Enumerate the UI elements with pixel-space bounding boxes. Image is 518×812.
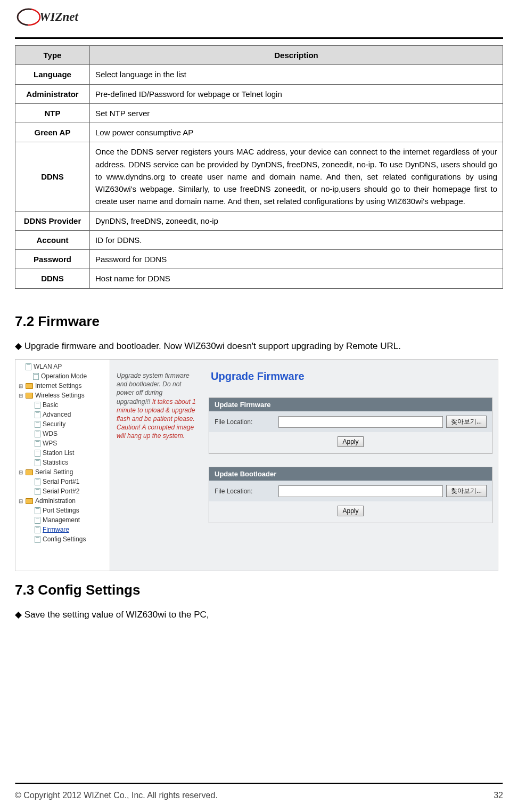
svg-text:WIZnet: WIZnet [39, 10, 78, 23]
tree-serial-port-2[interactable]: Serial Port#2 [18, 486, 108, 496]
tree-serial-setting[interactable]: ⊟Serial Setting [18, 467, 108, 477]
content-panel: Upgrade Firmware Update Firmware File Lo… [203, 360, 498, 571]
tree-serial-port-1[interactable]: Serial Port#1 [18, 477, 108, 486]
firmware-file-input[interactable] [278, 416, 443, 428]
tree-security[interactable]: Security [18, 419, 108, 429]
firmware-browse-button[interactable]: 찾아보기... [446, 416, 487, 428]
update-bootloader-header: Update Bootloader [209, 467, 492, 481]
table-row: DDNSOnce the DDNS server registers yours… [15, 142, 503, 211]
brand-logo: WIZnet [15, 5, 503, 33]
table-row: LanguageSelect language in the list [15, 65, 503, 84]
tree-advanced[interactable]: Advanced [18, 410, 108, 419]
footer-rule [15, 783, 503, 784]
update-firmware-header: Update Firmware [209, 398, 492, 411]
col-desc: Description [90, 46, 503, 65]
tree-management[interactable]: Management [18, 515, 108, 525]
page-title: Upgrade Firmware [211, 370, 492, 383]
tree-port-settings[interactable]: Port Settings [18, 506, 108, 515]
bootloader-apply-button[interactable]: Apply [338, 506, 363, 516]
table-row: AccountID for DDNS. [15, 230, 503, 249]
nav-tree: WLAN AP Operation Mode ⊞Internet Setting… [15, 360, 110, 571]
file-location-label: File Location: [215, 488, 278, 495]
tree-station-list[interactable]: Station List [18, 448, 108, 458]
table-row: NTPSet NTP server [15, 103, 503, 123]
config-bullet: ◆ Save the setting value of WIZ630wi to … [15, 608, 503, 622]
bootloader-file-input[interactable] [278, 485, 443, 497]
tree-operation-mode[interactable]: Operation Mode [18, 371, 108, 381]
table-row: AdministratorPre-defined ID/Password for… [15, 84, 503, 103]
tree-config-settings[interactable]: Config Settings [18, 534, 108, 544]
tree-statistics[interactable]: Statistics [18, 458, 108, 467]
section-firmware-heading: 7.2 Firmware [15, 313, 503, 330]
firmware-screenshot: WLAN AP Operation Mode ⊞Internet Setting… [15, 359, 498, 571]
tree-administration[interactable]: ⊟Administration [18, 496, 108, 506]
col-type: Type [15, 46, 90, 65]
tree-wds[interactable]: WDS [18, 429, 108, 439]
tree-wps[interactable]: WPS [18, 439, 108, 448]
tree-root[interactable]: WLAN AP [18, 362, 108, 371]
spec-table: Type Description LanguageSelect language… [15, 45, 503, 289]
file-location-label: File Location: [215, 418, 278, 426]
copyright-text: © Copyright 2012 WIZnet Co., Inc. All ri… [15, 791, 218, 800]
page-number: 32 [494, 791, 503, 800]
bootloader-browse-button[interactable]: 찾아보기... [446, 485, 487, 497]
header-rule [15, 37, 503, 39]
tree-basic[interactable]: Basic [18, 400, 108, 410]
table-row: PasswordPassword for DDNS [15, 250, 503, 269]
table-row: Green APLow power consumptive AP [15, 123, 503, 142]
hint-panel: Upgrade system firmware and bootloader. … [110, 360, 203, 571]
update-firmware-box: Update Firmware File Location: 찾아보기... A… [209, 397, 492, 454]
firmware-apply-button[interactable]: Apply [338, 436, 363, 447]
firmware-bullet: ◆ Upgrade firmware and bootloader. Now W… [15, 339, 503, 353]
update-bootloader-box: Update Bootloader File Location: 찾아보기...… [209, 467, 492, 523]
table-row: DDNSHost name for DDNS [15, 269, 503, 288]
tree-internet-settings[interactable]: ⊞Internet Settings [18, 381, 108, 391]
table-row: DDNS ProviderDynDNS, freeDNS, zoneedit, … [15, 211, 503, 230]
tree-firmware[interactable]: Firmware [18, 525, 108, 534]
tree-wireless-settings[interactable]: ⊟Wireless Settings [18, 391, 108, 400]
section-config-heading: 7.3 Config Settings [15, 582, 503, 598]
